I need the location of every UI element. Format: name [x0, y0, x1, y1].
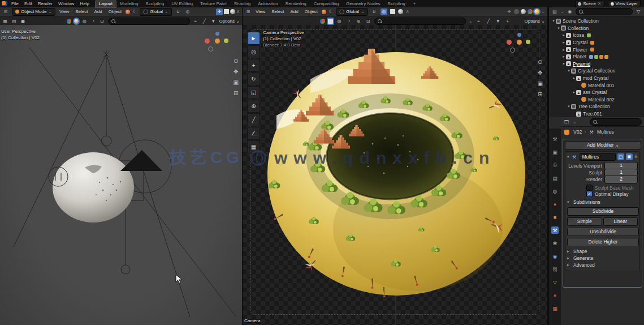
nav-buttons-center[interactable]: ⊙✥ ▣⊞	[538, 59, 543, 97]
small-icon-3[interactable]: ⊕	[355, 18, 362, 24]
menu-window[interactable]: Window	[55, 1, 77, 6]
simple-button[interactable]: Simple	[567, 217, 602, 226]
nav-gizmo-center[interactable]	[505, 33, 535, 60]
properties-tab-particles[interactable]: ✱	[551, 240, 559, 247]
editor-type-icon[interactable]: ⊞	[2, 8, 9, 15]
tool-icon-b[interactable]: ▤	[11, 18, 18, 24]
expander-icon[interactable]: ▾	[567, 104, 571, 109]
filter-list-icon[interactable]: ≡	[476, 18, 482, 24]
add-workspace-button[interactable]: +	[410, 0, 420, 7]
viewport-menu-view[interactable]: View	[254, 9, 266, 14]
outliner-search-field[interactable]	[576, 8, 633, 15]
outliner-row-crystal[interactable]: ▸▲Crystal	[550, 39, 644, 46]
workspace-tab-texture-paint[interactable]: Texture Paint	[197, 0, 230, 7]
viewport-menu-object[interactable]: Object	[304, 9, 319, 14]
active-shading-icon[interactable]	[328, 19, 333, 24]
gizmo-dropdown-icon[interactable]: ✛	[505, 8, 512, 15]
scale-tool[interactable]: ◱	[247, 86, 260, 99]
expander-icon[interactable]: ▸	[572, 90, 576, 95]
small-icon-2[interactable]: ◔	[345, 18, 352, 24]
properties-tab-constraints[interactable]: ⛓	[551, 266, 559, 273]
properties-tab-render[interactable]: ▣	[551, 148, 559, 156]
display-render-toggle[interactable]: ▣	[626, 153, 633, 160]
outliner-row-scene-collection[interactable]: ▾▦Scene Collection	[550, 18, 644, 25]
outliner-row-icosa[interactable]: ▸▲Icosa	[550, 32, 644, 39]
active-ball-icon[interactable]	[74, 19, 79, 24]
small-icon-3[interactable]: ⊡	[99, 18, 105, 24]
measure-tool[interactable]: ∠	[247, 127, 260, 140]
proportional-edit-icon[interactable]: ◎	[184, 8, 191, 15]
nav-gizmo-left[interactable]	[202, 32, 232, 59]
nav-buttons-left[interactable]: ⊙✥ ▣⊞	[234, 58, 239, 96]
moon-icon[interactable]: ☾	[329, 9, 333, 14]
cursor-tool[interactable]: ◎	[247, 45, 260, 58]
properties-tab-texture[interactable]: ▦	[551, 305, 559, 312]
field-value[interactable]: 2	[604, 176, 638, 183]
shading-solid-icon[interactable]	[230, 9, 235, 14]
snap-magnet-icon[interactable]: ∪	[175, 8, 181, 15]
delete-higher-button[interactable]: Delete Higher	[567, 238, 639, 246]
expander-icon[interactable]: ▾	[556, 26, 561, 31]
tool-icon-a[interactable]: ▦	[2, 18, 8, 24]
overlays-toggle-icon[interactable]	[224, 9, 229, 14]
small-icon-1[interactable]: ◍	[336, 18, 343, 24]
display-viewport-toggle[interactable]: 🗔	[617, 153, 624, 160]
shading-wireframe-icon[interactable]	[514, 9, 519, 14]
options-dropdown-center[interactable]: Options ⌄	[524, 19, 545, 24]
proportional-edit-icon[interactable]: ◎	[381, 8, 387, 15]
section-shape[interactable]: ▸Shape	[567, 248, 638, 255]
mode-dropdown-left[interactable]: Object Mode⌄	[12, 8, 55, 16]
checkbox-icon[interactable]	[586, 185, 593, 191]
workspace-tab-animation[interactable]: Animation	[254, 0, 282, 7]
properties-tab-physics[interactable]: ◉	[551, 253, 559, 260]
select-box-tool[interactable]: ►	[247, 32, 260, 45]
expander-icon[interactable]: ▸	[561, 54, 566, 59]
breadcrumb-object[interactable]: V02	[573, 129, 582, 135]
filter-list-icon[interactable]: ≡	[193, 18, 199, 24]
outliner-row-tree-001[interactable]: ▲Tree.001	[550, 110, 644, 117]
annotate-tool[interactable]: ╱	[247, 113, 260, 126]
menu-edit[interactable]: Edit	[21, 1, 35, 6]
move-tool[interactable]: +	[247, 59, 260, 72]
menu-file[interactable]: File	[8, 1, 21, 6]
slash-icon[interactable]: ╱	[485, 18, 492, 24]
funnel-icon[interactable]: ▼	[210, 18, 217, 24]
viewport-menu-view[interactable]: View	[58, 9, 70, 14]
add-cube-tool[interactable]: ▦	[247, 140, 260, 153]
tool-icon-c[interactable]: ▣	[20, 18, 26, 24]
section-generate[interactable]: ▸Generate	[567, 255, 638, 262]
collapse-arrow-icon[interactable]: ▾	[567, 155, 569, 159]
transform-orientation-left[interactable]: ◯ Global⌄	[140, 8, 172, 16]
viewport-left-canvas[interactable]: User Perspective (1) Collection | V02	[0, 25, 242, 325]
menu-help[interactable]: Help	[77, 1, 92, 6]
expander-icon[interactable]: ▾	[551, 19, 556, 23]
outliner-row-flower[interactable]: ▸▲Flower	[550, 46, 644, 53]
expander-icon[interactable]: ▾	[561, 62, 566, 66]
outliner-filter-icon[interactable]: ▽	[635, 8, 642, 15]
extras-menu-icon[interactable]: ⠿	[634, 154, 638, 160]
section-subdivisions[interactable]: ▾Subdivisions	[567, 199, 638, 206]
expander-icon[interactable]: ▸	[572, 76, 576, 80]
viewport-menu-add[interactable]: Add	[289, 9, 299, 14]
properties-tab-data[interactable]: ▽	[551, 279, 559, 286]
header-search-field[interactable]	[374, 18, 466, 25]
add-modifier-button[interactable]: Add Modifier ⌄	[565, 141, 641, 149]
workspace-tab-modeling[interactable]: Modeling	[116, 0, 141, 7]
workspace-tab-uv-editing[interactable]: UV Editing	[168, 0, 196, 7]
outliner-filter-object-icon[interactable]: ◉	[567, 8, 573, 15]
linear-button[interactable]: Linear	[603, 217, 638, 226]
checkbox-sculpt-base-mesh[interactable]: Sculpt Base Mesh	[567, 185, 638, 191]
viewport-center-canvas[interactable]: ► ◎ + ↻ ◱ ⊕ ╱ ∠ ▦ Camera Perspective (1)…	[243, 25, 547, 325]
workspace-tab-shading[interactable]: Shading	[231, 0, 254, 7]
outliner-row-planet[interactable]: ▸▲Planet	[550, 53, 644, 61]
header-search-field[interactable]	[108, 18, 190, 25]
subdivide-button[interactable]: Subdivide	[567, 207, 639, 216]
properties-tab-material[interactable]: ●	[551, 292, 559, 299]
editor-type-icon[interactable]: ⊞	[245, 8, 252, 15]
workspace-tab-sculpting[interactable]: Sculpting	[142, 0, 167, 7]
outliner-display-mode-icon[interactable]: ▤	[551, 8, 558, 15]
expander-icon[interactable]: ▸	[561, 48, 566, 52]
section-advanced[interactable]: ▸Advanced	[567, 262, 638, 268]
blender-logo-icon[interactable]	[2, 1, 7, 6]
small-icon-4[interactable]: ⊡	[365, 18, 371, 24]
